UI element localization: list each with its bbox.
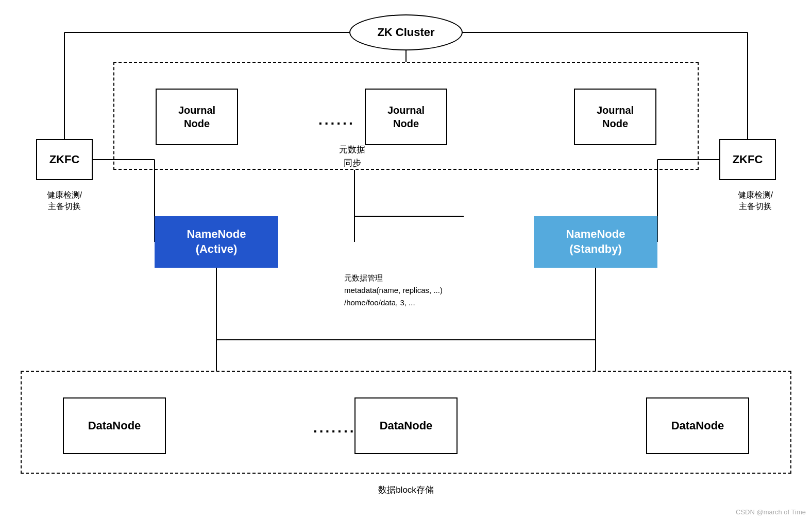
datanode-storage-label: 数据block存储	[378, 484, 434, 496]
zkfc-left: ZKFC	[36, 139, 93, 180]
datanode-container: DataNode DataNode ....... DataNode	[21, 371, 791, 474]
journal-dots: ......	[318, 112, 355, 128]
namenode-standby-label: NameNode(Standby)	[566, 227, 625, 256]
datanode-2: DataNode	[354, 397, 458, 454]
namenode-active-label: NameNode(Active)	[187, 227, 246, 256]
metadata-sync-label: 元数据同步	[339, 143, 365, 169]
datanode-3: DataNode	[646, 397, 749, 454]
journal-node-2: JournalNode	[365, 89, 447, 145]
namenode-standby: NameNode(Standby)	[534, 216, 657, 268]
zk-cluster: ZK Cluster	[349, 14, 463, 50]
zkfc-right: ZKFC	[719, 139, 776, 180]
datanode-dots: .......	[313, 420, 356, 436]
namenode-active: NameNode(Active)	[155, 216, 278, 268]
journal-node-3: JournalNode	[574, 89, 656, 145]
zkfc-left-desc-text: 健康检测/主备切换	[47, 190, 82, 211]
watermark: CSDN @march of Time	[736, 508, 806, 516]
diagram: ZK Cluster ZKFC 健康检测/主备切换 ZKFC 健康检测/主备切换…	[0, 0, 812, 520]
zkfc-right-description: 健康检测/主备切换	[719, 189, 791, 213]
zkfc-left-label: ZKFC	[49, 153, 80, 166]
zkfc-right-label: ZKFC	[733, 153, 763, 166]
zk-cluster-label: ZK Cluster	[377, 26, 434, 39]
zkfc-right-desc-text: 健康检测/主备切换	[738, 190, 773, 211]
journal-container: JournalNode JournalNode ...... JournalNo…	[113, 62, 699, 170]
datanode-1: DataNode	[63, 397, 166, 454]
journal-node-1: JournalNode	[156, 89, 238, 145]
metadata-manage-label: 元数据管理metadata(name, replicas, ...)/home/…	[344, 272, 443, 309]
zkfc-left-description: 健康检测/主备切换	[28, 189, 100, 213]
